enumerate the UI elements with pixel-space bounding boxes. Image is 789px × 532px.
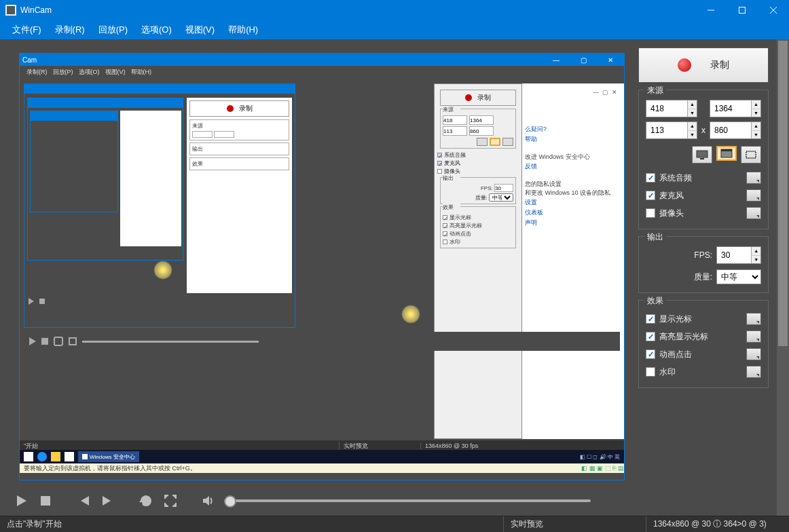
source-group-title: 来源 (644, 85, 666, 96)
camera-check[interactable]: 摄像头 (646, 204, 761, 222)
effects-group-title: 效果 (644, 295, 666, 307)
fullscreen-button[interactable] (162, 492, 179, 510)
minimize-button[interactable] (695, 0, 727, 20)
preview-area: Cam — ▢ ✕ 录制(R)回放(P)选项(O)视图(V)帮助(H) (0, 39, 633, 516)
source-w-input[interactable]: ▲▼ (710, 100, 761, 117)
source-x-input[interactable]: ▲▼ (646, 100, 697, 117)
record-icon (678, 58, 691, 72)
animate-clicks-check[interactable]: 动画点击 (646, 345, 761, 363)
status-center: 实时预览 (504, 516, 646, 532)
status-right: 1364x860 @ 30 ⓘ 364>0 @ 3) (646, 516, 789, 532)
menubar: 文件(F) 录制(R) 回放(P) 选项(O) 视图(V) 帮助(H) (0, 20, 789, 39)
titlebar: WinCam (0, 0, 789, 20)
svg-rect-5 (697, 151, 708, 157)
stop-button[interactable] (37, 492, 54, 510)
play-button[interactable] (12, 492, 30, 510)
watermark-config[interactable] (746, 366, 761, 378)
menu-playback[interactable]: 回放(P) (93, 21, 133, 39)
system-audio-check[interactable]: 系统音频 (646, 169, 761, 187)
volume-button[interactable] (200, 492, 217, 510)
menu-help[interactable]: 帮助(H) (223, 21, 263, 39)
x-label: x (701, 126, 705, 135)
effects-group: 效果 显示光标 高亮显示光标 动画点击 水印 (638, 300, 769, 388)
skip-end-button[interactable] (99, 492, 117, 510)
progress-slider[interactable] (224, 499, 591, 502)
inner-titlebar: Cam — ▢ ✕ (20, 54, 624, 66)
source-y-input[interactable]: ▲▼ (646, 121, 697, 139)
quality-label: 质量: (694, 271, 712, 283)
source-group: 来源 ▲▼ ▲▼ ▲▼ x ▲▼ 系统音频 麦克风 摄像头 (638, 90, 769, 229)
window-title: WinCam (20, 5, 695, 15)
fps-input[interactable]: ▲▼ (716, 246, 761, 264)
microphone-check[interactable]: 麦克风 (646, 187, 761, 204)
show-cursor-check[interactable]: 显示光标 (646, 310, 761, 328)
microphone-config[interactable] (746, 189, 761, 202)
menu-view[interactable]: 视图(V) (180, 21, 220, 39)
animate-clicks-config[interactable] (746, 348, 761, 360)
fps-label: FPS: (694, 250, 712, 260)
loop-button[interactable] (137, 492, 155, 510)
highlight-cursor-check[interactable]: 高亮显示光标 (646, 328, 761, 345)
source-h-input[interactable]: ▲▼ (710, 121, 761, 139)
skip-start-button[interactable] (75, 492, 92, 510)
menu-file[interactable]: 文件(F) (7, 21, 47, 39)
svg-rect-4 (41, 496, 50, 506)
record-button[interactable]: 录制 (638, 48, 769, 83)
capture-region-button[interactable] (741, 146, 761, 164)
app-icon (5, 5, 16, 16)
svg-rect-1 (739, 7, 746, 14)
capture-window-button[interactable] (716, 146, 737, 161)
show-cursor-config[interactable] (746, 313, 761, 325)
record-label: 录制 (710, 59, 729, 71)
close-button[interactable] (758, 0, 789, 20)
inner-right-panel: 录制 来源 ✓系统音频 ✓麦克风 摄像头 (434, 83, 522, 439)
preview-canvas: Cam — ▢ ✕ 录制(R)回放(P)选项(O)视图(V)帮助(H) (19, 53, 625, 480)
capture-screen-button[interactable] (692, 146, 712, 164)
menu-options[interactable]: 选项(O) (136, 21, 177, 39)
output-group-title: 输出 (644, 231, 666, 243)
menu-record[interactable]: 录制(R) (50, 21, 90, 39)
statusbar: 点击"录制"开始 实时预览 1364x860 @ 30 ⓘ 364>0 @ 3) (0, 516, 789, 532)
status-left: 点击"录制"开始 (0, 516, 504, 532)
player-bar (0, 486, 633, 516)
svg-rect-6 (700, 158, 704, 159)
camera-config[interactable] (746, 207, 761, 219)
system-audio-config[interactable] (746, 172, 761, 184)
watermark-check[interactable]: 水印 (646, 363, 761, 381)
maximize-button[interactable] (727, 0, 758, 20)
vertical-scrollbar[interactable] (777, 39, 789, 516)
highlight-cursor-config[interactable] (746, 330, 761, 343)
quality-select[interactable]: 中等 (716, 269, 761, 284)
output-group: 输出 FPS: ▲▼ 质量: 中等 (638, 236, 769, 293)
inner-menubar: 录制(R)回放(P)选项(O)视图(V)帮助(H) (20, 66, 624, 78)
vm-hint: 要将输入定向到该虚拟机，请将鼠标指针移入其中或按 Ctrl+G。 ◧ ▦ ▣ ⬚… (20, 463, 624, 473)
svg-rect-9 (746, 151, 756, 158)
right-panel: 录制 来源 ▲▼ ▲▼ ▲▼ x ▲▼ 系统音频 麦克风 摄像头 输出 (633, 39, 777, 516)
svg-rect-8 (721, 149, 732, 151)
inner-taskbar: Windows 安全中心 ◧ ☐ ◻ 🔊 中 英 (20, 450, 624, 463)
